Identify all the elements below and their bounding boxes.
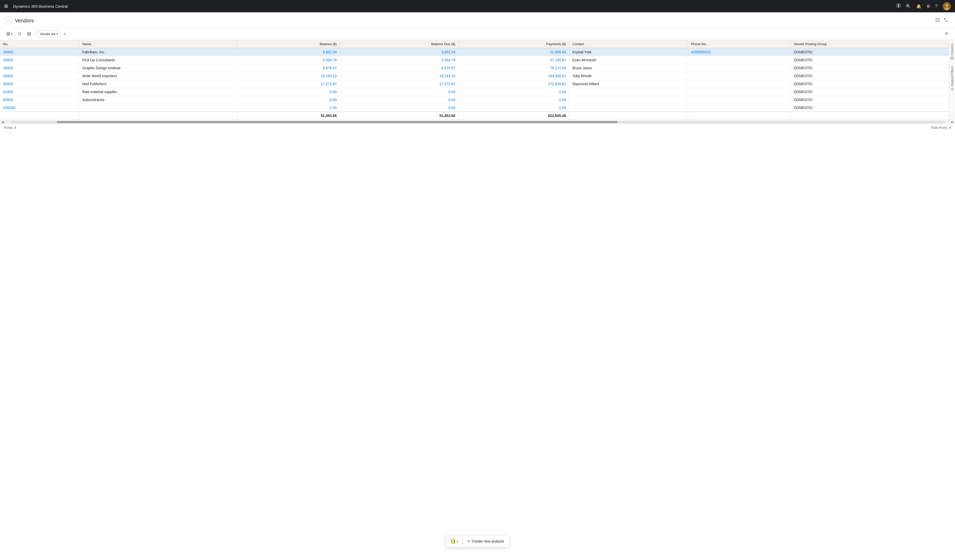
total-balance-due: 51,453.66: [340, 112, 459, 120]
cell-contact: Bryce Jasso: [569, 64, 688, 72]
scroll-thumb[interactable]: [57, 121, 618, 123]
cell-payments[interactable]: 172,839.81: [459, 80, 569, 88]
cell-posting-group: DOMESTIC: [791, 104, 949, 112]
cell-phone: [688, 72, 791, 80]
cell-no[interactable]: 30000: [0, 64, 79, 72]
col-header-no: No.: [0, 40, 79, 48]
search-toolbar-button[interactable]: [16, 31, 24, 37]
filter-button[interactable]: [942, 30, 951, 37]
cell-no[interactable]: 20000: [0, 56, 79, 64]
open-in-new-button[interactable]: [935, 17, 941, 24]
total-balance: 51,453.66: [237, 112, 340, 120]
back-button[interactable]: ←: [4, 16, 13, 25]
cell-balance-due[interactable]: 6,979.57: [340, 64, 459, 72]
cell-phone: [688, 88, 791, 96]
table-row[interactable]: 40000Wide World Importers18,193.1018,193…: [0, 72, 949, 80]
cell-balance-due[interactable]: 18,193.10: [340, 72, 459, 80]
total-payments: 522,505.48: [459, 112, 569, 120]
cell-payments[interactable]: 0.00: [459, 88, 569, 96]
cell-balance[interactable]: 18,193.10: [237, 72, 340, 80]
cell-balance[interactable]: 6,979.57: [237, 64, 340, 72]
rows-count: Rows: 8: [4, 126, 16, 129]
view-toggle-button[interactable]: ▾: [4, 31, 15, 37]
table-row[interactable]: 50000Nod Publishers17,273.8717,273.87172…: [0, 80, 949, 88]
toolbar: ▾ Vendor list ▾ +: [0, 28, 955, 40]
table-row[interactable]: 30000Graphic Design Institute6,979.576,9…: [0, 64, 949, 72]
create-new-analysis-button[interactable]: ✦ Create new analysis: [463, 537, 508, 545]
nav-icons: 🔍 🔔 ⚙ ?: [896, 2, 951, 10]
cell-payments[interactable]: 57,195.87: [459, 56, 569, 64]
scroll-right-arrow[interactable]: ▶: [950, 120, 955, 123]
search-nav-icon[interactable]: 🔍: [906, 4, 911, 9]
svg-rect-6: [7, 34, 8, 35]
copilot-chevron: ▾: [457, 540, 458, 543]
col-header-balance: Balance ($): [237, 40, 340, 48]
col-header-phone: Phone No.: [688, 40, 791, 48]
columns-panel-tab[interactable]: Columns: [949, 40, 955, 63]
scroll-track[interactable]: [10, 121, 945, 123]
cell-posting-group: DOMESTIC: [791, 80, 949, 88]
table-body: 10000Fabrikam, Inc.3,652.343,652.3421,88…: [0, 48, 949, 120]
cell-payments[interactable]: 0.00: [459, 96, 569, 104]
cell-balance-due[interactable]: 5,354.78: [340, 56, 459, 64]
cell-balance[interactable]: 17,273.87: [237, 80, 340, 88]
add-tab-button[interactable]: +: [61, 30, 68, 38]
cell-phone: [688, 104, 791, 112]
settings-nav-icon[interactable]: ⚙: [927, 4, 930, 9]
table-row[interactable]: 81000Raw material supplier0.000.000.00DO…: [0, 88, 949, 96]
cell-no[interactable]: V00020: [0, 104, 79, 112]
analysis-filters-label: Analysis Filters: [950, 66, 954, 87]
grid-toolbar-button[interactable]: [25, 31, 33, 37]
cell-no[interactable]: 10000: [0, 48, 79, 56]
cell-no[interactable]: 40000: [0, 72, 79, 80]
bell-nav-icon[interactable]: 🔔: [916, 4, 921, 9]
help-nav-icon[interactable]: ?: [935, 4, 938, 8]
toolbar-separator-1: [35, 31, 36, 36]
total-rows: Total Rows: 8: [931, 126, 951, 129]
cell-no[interactable]: 82000: [0, 96, 79, 104]
app-grid-icon[interactable]: ⊞: [4, 3, 8, 9]
cell-contact: Raymond Hillard: [569, 80, 688, 88]
svg-rect-7: [8, 34, 10, 35]
copilot-nav-icon[interactable]: [896, 3, 901, 9]
cell-payments[interactable]: 21,888.44: [459, 48, 569, 56]
table-row[interactable]: 10000Fabrikam, Inc.3,652.343,652.3421,88…: [0, 48, 949, 56]
cell-balance[interactable]: 0.00: [237, 88, 340, 96]
copilot-logo-icon: [450, 539, 455, 544]
cell-balance-due[interactable]: 0.00: [340, 88, 459, 96]
analysis-filters-panel-tab[interactable]: Analysis Filters: [949, 63, 955, 94]
cell-phone: [688, 96, 791, 104]
table-row[interactable]: 82000Subcontractor0.000.000.00DOMESTIC: [0, 96, 949, 104]
user-avatar[interactable]: [942, 2, 951, 10]
cell-phone: [688, 80, 791, 88]
cell-payments[interactable]: 194,408.51: [459, 72, 569, 80]
cell-balance-due[interactable]: 0.00: [340, 96, 459, 104]
cell-name: [79, 104, 237, 112]
cell-no[interactable]: 81000: [0, 88, 79, 96]
cell-balance[interactable]: 0.00: [237, 96, 340, 104]
chevron-down-icon: ▾: [11, 33, 13, 35]
vendor-list-tab[interactable]: Vendor list ▾: [38, 31, 60, 37]
cell-balance[interactable]: 3,652.34: [237, 48, 340, 56]
cell-payments[interactable]: 76,172.85: [459, 64, 569, 72]
table-row[interactable]: V000200.000.000.00DOMESTIC: [0, 104, 949, 112]
cell-balance[interactable]: 5,354.78: [237, 56, 340, 64]
scroll-left-arrow[interactable]: ◀: [0, 120, 5, 123]
cell-balance-due[interactable]: 17,273.87: [340, 80, 459, 88]
col-header-payments: Payments ($): [459, 40, 569, 48]
data-table-container: No. Name Balance ($) Balance Due ($) Pay…: [0, 40, 949, 120]
horizontal-scrollbar[interactable]: ◀ ▶: [0, 120, 955, 124]
cell-contact: Toby Rhode: [569, 72, 688, 80]
cell-payments[interactable]: 0.00: [459, 104, 569, 112]
vendor-list-tab-label: Vendor list: [40, 32, 55, 36]
cell-contact: [569, 88, 688, 96]
cell-balance-due[interactable]: 3,652.34: [340, 48, 459, 56]
copilot-button[interactable]: ▾: [447, 537, 461, 546]
cell-contact: [569, 96, 688, 104]
cell-balance-due[interactable]: 0.00: [340, 104, 459, 112]
cell-phone[interactable]: 4255550101: [688, 48, 791, 56]
table-row[interactable]: 20000First Up Consultants5,354.785,354.7…: [0, 56, 949, 64]
collapse-button[interactable]: [942, 17, 949, 24]
cell-balance[interactable]: 0.00: [237, 104, 340, 112]
cell-no[interactable]: 50000: [0, 80, 79, 88]
